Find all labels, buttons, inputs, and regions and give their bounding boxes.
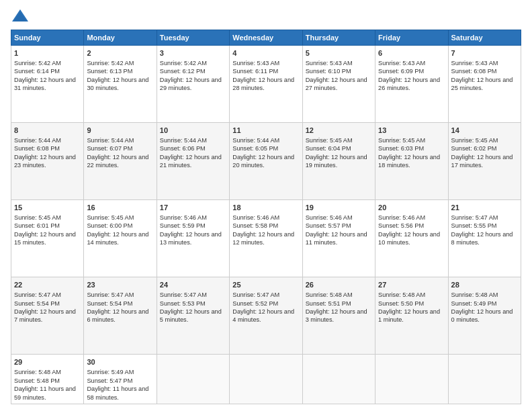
day-number: 21: [451, 203, 518, 213]
calendar-week-row: 1Sunrise: 5:42 AMSunset: 6:14 PMDaylight…: [11, 46, 521, 123]
calendar-week-row: 22Sunrise: 5:47 AMSunset: 5:54 PMDayligh…: [11, 277, 521, 355]
day-number: 22: [14, 280, 81, 290]
day-number: 26: [306, 280, 372, 290]
calendar-week-row: 15Sunrise: 5:45 AMSunset: 6:01 PMDayligh…: [11, 200, 521, 277]
day-number: 5: [306, 48, 372, 58]
calendar-cell: 16Sunrise: 5:45 AMSunset: 6:00 PMDayligh…: [84, 200, 157, 277]
day-number: 2: [87, 48, 153, 58]
calendar-cell: 20Sunrise: 5:46 AMSunset: 5:56 PMDayligh…: [375, 200, 448, 277]
calendar-cell: 5Sunrise: 5:43 AMSunset: 6:10 PMDaylight…: [302, 46, 375, 123]
day-header-sunday: Sunday: [11, 30, 84, 46]
day-header-saturday: Saturday: [448, 30, 521, 46]
calendar-week-row: 29Sunrise: 5:48 AMSunset: 5:48 PMDayligh…: [11, 355, 521, 404]
calendar-cell: [302, 355, 375, 404]
day-number: 15: [14, 203, 81, 213]
day-number: 23: [87, 280, 153, 290]
calendar-cell: 14Sunrise: 5:45 AMSunset: 6:02 PMDayligh…: [448, 123, 521, 200]
day-number: 27: [378, 280, 445, 290]
day-header-wednesday: Wednesday: [230, 30, 302, 46]
day-number: 28: [451, 280, 518, 290]
calendar-cell: 22Sunrise: 5:47 AMSunset: 5:54 PMDayligh…: [11, 277, 84, 355]
day-number: 9: [87, 126, 153, 136]
calendar-cell: [375, 355, 448, 404]
day-header-friday: Friday: [375, 30, 448, 46]
day-header-monday: Monday: [84, 30, 157, 46]
day-header-thursday: Thursday: [302, 30, 375, 46]
day-number: 20: [378, 203, 445, 213]
calendar-cell: 29Sunrise: 5:48 AMSunset: 5:48 PMDayligh…: [11, 355, 84, 404]
calendar-cell: 13Sunrise: 5:45 AMSunset: 6:03 PMDayligh…: [375, 123, 448, 200]
logo: [11, 7, 32, 26]
calendar-table: SundayMondayTuesdayWednesdayThursdayFrid…: [11, 30, 521, 404]
calendar-cell: 15Sunrise: 5:45 AMSunset: 6:01 PMDayligh…: [11, 200, 84, 277]
calendar-cell: 1Sunrise: 5:42 AMSunset: 6:14 PMDaylight…: [11, 46, 84, 123]
calendar-cell: 21Sunrise: 5:47 AMSunset: 5:55 PMDayligh…: [448, 200, 521, 277]
calendar-cell: 2Sunrise: 5:42 AMSunset: 6:13 PMDaylight…: [84, 46, 157, 123]
calendar-cell: 26Sunrise: 5:48 AMSunset: 5:51 PMDayligh…: [302, 277, 375, 355]
calendar-cell: 19Sunrise: 5:46 AMSunset: 5:57 PMDayligh…: [302, 200, 375, 277]
calendar-cell: 23Sunrise: 5:47 AMSunset: 5:54 PMDayligh…: [84, 277, 157, 355]
day-number: 14: [451, 126, 518, 136]
day-number: 29: [14, 357, 81, 367]
day-number: 30: [87, 357, 153, 367]
calendar-cell: 25Sunrise: 5:47 AMSunset: 5:52 PMDayligh…: [230, 277, 302, 355]
day-number: 19: [306, 203, 372, 213]
calendar-cell: 30Sunrise: 5:49 AMSunset: 5:47 PMDayligh…: [84, 355, 157, 404]
calendar-cell: [230, 355, 302, 404]
calendar-cell: 8Sunrise: 5:44 AMSunset: 6:08 PMDaylight…: [11, 123, 84, 200]
day-number: 25: [232, 280, 299, 290]
day-number: 6: [378, 48, 445, 58]
day-number: 10: [160, 126, 226, 136]
calendar-cell: 11Sunrise: 5:44 AMSunset: 6:05 PMDayligh…: [230, 123, 302, 200]
day-number: 3: [160, 48, 226, 58]
day-number: 17: [160, 203, 226, 213]
calendar-cell: 10Sunrise: 5:44 AMSunset: 6:06 PMDayligh…: [157, 123, 229, 200]
calendar-week-row: 8Sunrise: 5:44 AMSunset: 6:08 PMDaylight…: [11, 123, 521, 200]
header: [11, 7, 521, 26]
calendar-header-row: SundayMondayTuesdayWednesdayThursdayFrid…: [11, 30, 521, 46]
day-number: 24: [160, 280, 226, 290]
day-number: 11: [232, 126, 299, 136]
day-number: 18: [232, 203, 299, 213]
day-number: 13: [378, 126, 445, 136]
calendar-cell: [157, 355, 229, 404]
calendar-cell: 3Sunrise: 5:42 AMSunset: 6:12 PMDaylight…: [157, 46, 229, 123]
day-number: 1: [14, 48, 81, 58]
day-number: 7: [451, 48, 518, 58]
calendar-cell: 17Sunrise: 5:46 AMSunset: 5:59 PMDayligh…: [157, 200, 229, 277]
calendar-cell: 18Sunrise: 5:46 AMSunset: 5:58 PMDayligh…: [230, 200, 302, 277]
day-number: 4: [232, 48, 299, 58]
calendar-cell: 24Sunrise: 5:47 AMSunset: 5:53 PMDayligh…: [157, 277, 229, 355]
calendar-cell: 27Sunrise: 5:48 AMSunset: 5:50 PMDayligh…: [375, 277, 448, 355]
calendar-cell: 7Sunrise: 5:43 AMSunset: 6:08 PMDaylight…: [448, 46, 521, 123]
calendar-cell: 12Sunrise: 5:45 AMSunset: 6:04 PMDayligh…: [302, 123, 375, 200]
logo-icon: [11, 7, 30, 26]
day-number: 12: [306, 126, 372, 136]
calendar-cell: 6Sunrise: 5:43 AMSunset: 6:09 PMDaylight…: [375, 46, 448, 123]
page: SundayMondayTuesdayWednesdayThursdayFrid…: [0, 0, 532, 411]
calendar-cell: [448, 355, 521, 404]
day-number: 8: [14, 126, 81, 136]
day-number: 16: [87, 203, 153, 213]
calendar-cell: 4Sunrise: 5:43 AMSunset: 6:11 PMDaylight…: [230, 46, 302, 123]
calendar-cell: 9Sunrise: 5:44 AMSunset: 6:07 PMDaylight…: [84, 123, 157, 200]
calendar-cell: 28Sunrise: 5:48 AMSunset: 5:49 PMDayligh…: [448, 277, 521, 355]
day-header-tuesday: Tuesday: [157, 30, 229, 46]
